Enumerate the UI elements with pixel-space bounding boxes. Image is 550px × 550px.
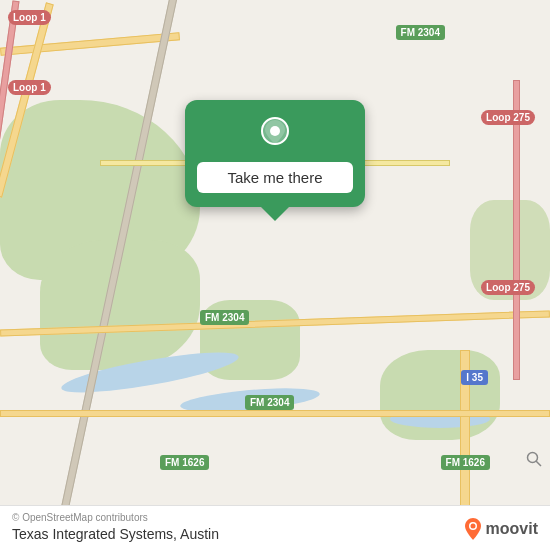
svg-line-4 <box>536 461 541 466</box>
svg-point-6 <box>470 524 475 529</box>
location-pin-icon <box>257 116 293 152</box>
map-container: Loop 1 Loop 1 FM 2304 FM 2304 FM 2304 FM… <box>0 0 550 550</box>
bottom-bar: © OpenStreetMap contributors Texas Integ… <box>0 505 550 550</box>
road-label-loop1: Loop 1 <box>8 10 51 25</box>
location-popup: Take me there <box>185 100 365 207</box>
road-label-loop275-mid: Loop 275 <box>481 280 535 295</box>
search-icon[interactable] <box>526 451 542 470</box>
moovit-pin-icon <box>464 518 482 540</box>
location-name: Texas Integrated Systems, Austin <box>12 526 538 542</box>
road-label-fm2304-top: FM 2304 <box>396 25 445 40</box>
take-me-there-button[interactable]: Take me there <box>197 162 353 193</box>
road-horizontal <box>0 410 550 417</box>
road-label-fm1626-left: FM 1626 <box>160 455 209 470</box>
road-label-fm2304-bot: FM 2304 <box>245 395 294 410</box>
map-attribution: © OpenStreetMap contributors <box>12 512 538 523</box>
road-label-loop275-top: Loop 275 <box>481 110 535 125</box>
road-loop <box>513 80 520 380</box>
moovit-text: moovit <box>486 520 538 538</box>
road-label-i35: I 35 <box>461 370 488 385</box>
road-label-fm1626-right: FM 1626 <box>441 455 490 470</box>
road-label-fm2304-mid: FM 2304 <box>200 310 249 325</box>
moovit-logo: moovit <box>464 518 538 540</box>
road-label-loop1b: Loop 1 <box>8 80 51 95</box>
